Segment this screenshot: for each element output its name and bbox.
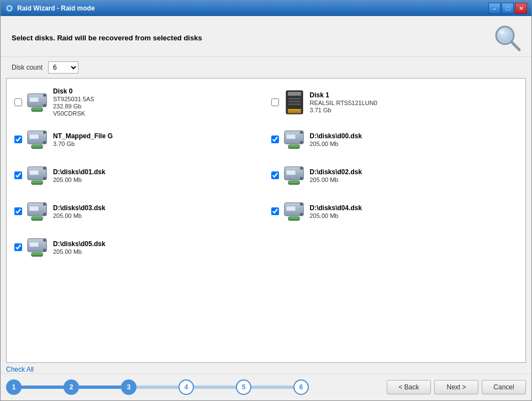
disk2-checkbox[interactable] — [14, 136, 22, 143]
disk3-size: 205.00 Mb — [310, 140, 362, 147]
svg-rect-6 — [29, 97, 38, 101]
svg-line-3 — [512, 42, 519, 50]
list-item: D:\disks\d01.dsk 205.00 Mb — [12, 159, 264, 192]
disk2-icon — [27, 128, 49, 150]
svg-point-28 — [43, 167, 46, 170]
step-line-1-2 — [20, 386, 65, 389]
svg-point-43 — [300, 203, 303, 206]
disk4-size: 205.00 Mb — [53, 176, 106, 183]
disk0-model: ST925031 5AS — [53, 96, 94, 102]
disk8-size: 205.00 Mb — [53, 248, 106, 255]
disk4-info: D:\disks\d01.dsk 205.00 Mb — [53, 168, 106, 183]
disk1-size: 3.71 Gb — [310, 107, 377, 113]
svg-rect-25 — [288, 145, 299, 148]
step-4: 4 — [178, 379, 194, 395]
back-button[interactable]: < Back — [387, 380, 431, 394]
svg-rect-13 — [288, 101, 301, 102]
disk5-size: 205.00 Mb — [310, 176, 362, 183]
close-button[interactable]: ✕ — [515, 3, 527, 14]
header-section: Select disks. Raid will be recovered fro… — [1, 16, 531, 57]
svg-rect-20 — [31, 145, 43, 148]
disk1-icon — [283, 91, 305, 113]
bottom-area: Check All — [1, 363, 531, 373]
svg-rect-27 — [29, 170, 38, 175]
list-item: Disk 0 ST925031 5AS 232.89 Gb V50CDRSK — [12, 84, 264, 120]
disk7-icon — [283, 200, 305, 222]
disk6-size: 205.00 Mb — [53, 212, 106, 219]
svg-rect-50 — [31, 253, 43, 256]
disk5-name: D:\disks\d02.dsk — [310, 168, 362, 176]
svg-rect-32 — [286, 170, 295, 175]
disk0-size: 232.89 Gb — [53, 103, 94, 110]
disk2-size: 3.70 Gb — [53, 140, 113, 147]
disk7-checkbox[interactable] — [271, 207, 279, 215]
window-icon — [5, 4, 14, 13]
disk6-name: D:\disks\d03.dsk — [53, 204, 106, 212]
list-item: D:\disks\d05.dsk 205.00 Mb — [12, 231, 264, 264]
disk8-icon — [27, 236, 49, 258]
footer-buttons: < Back Next > Cancel — [387, 380, 526, 394]
instruction-text: Select disks. Raid will be recovered fro… — [12, 34, 202, 42]
disk0-extra: V50CDRSK — [53, 110, 94, 117]
disk7-info: D:\disks\d04.dsk 205.00 Mb — [310, 204, 362, 219]
svg-rect-42 — [286, 206, 295, 211]
svg-rect-22 — [286, 134, 295, 139]
disk2-name: NT_Mapped_File G — [53, 132, 113, 140]
svg-point-7 — [43, 93, 46, 96]
disk-count-row: Disk count 6 1 2 3 4 5 7 8 — [1, 57, 531, 78]
disk6-icon — [27, 200, 49, 222]
svg-point-8 — [43, 103, 46, 106]
disk3-name: D:\disks\d00.dsk — [310, 132, 362, 140]
disk6-info: D:\disks\d03.dsk 205.00 Mb — [53, 204, 106, 219]
step-2: 2 — [64, 379, 79, 395]
cancel-button[interactable]: Cancel — [482, 380, 526, 394]
disk1-checkbox[interactable] — [271, 98, 279, 106]
svg-point-34 — [300, 177, 303, 180]
svg-rect-30 — [31, 181, 43, 184]
svg-rect-45 — [288, 217, 299, 220]
disk0-checkbox[interactable] — [14, 98, 22, 106]
disk1-model: REALSIL RTS5121LUN0 — [310, 100, 377, 106]
step-line-2-3 — [78, 386, 122, 389]
svg-rect-40 — [31, 217, 43, 220]
title-bar-left: Raid Wizard - Raid mode — [5, 4, 95, 13]
svg-point-39 — [43, 213, 46, 216]
check-all-link[interactable]: Check All — [6, 366, 34, 373]
main-window: Raid Wizard - Raid mode – □ ✕ Select dis… — [0, 0, 532, 401]
disk5-checkbox[interactable] — [271, 171, 279, 179]
disk4-checkbox[interactable] — [14, 171, 22, 179]
step-line-5-6 — [250, 386, 294, 389]
disk4-icon — [27, 164, 49, 186]
disk0-name: Disk 0 — [53, 87, 94, 95]
disk3-info: D:\disks\d00.dsk 205.00 Mb — [310, 132, 362, 147]
svg-point-48 — [43, 239, 46, 242]
window-title: Raid Wizard - Raid mode — [17, 4, 95, 12]
list-item: D:\disks\d04.dsk 205.00 Mb — [269, 195, 520, 228]
maximize-button[interactable]: □ — [502, 3, 514, 14]
list-item: Disk 1 REALSIL RTS5121LUN0 3.71 Gb — [269, 84, 520, 120]
svg-rect-35 — [288, 181, 299, 184]
disk6-checkbox[interactable] — [14, 207, 22, 215]
svg-point-18 — [43, 131, 46, 134]
disk8-checkbox[interactable] — [14, 243, 22, 251]
disk-count-select[interactable]: 6 1 2 3 4 5 7 8 — [48, 61, 78, 74]
disk-count-label: Disk count — [12, 64, 43, 71]
step-line-4-5 — [193, 386, 237, 389]
svg-point-38 — [43, 203, 46, 206]
disk3-checkbox[interactable] — [271, 136, 279, 143]
svg-rect-47 — [29, 242, 38, 247]
disk1-info: Disk 1 REALSIL RTS5121LUN0 3.71 Gb — [310, 91, 377, 113]
wizard-footer: 1 2 3 4 5 6 < Back Next > Cancel — [1, 373, 531, 400]
list-item: D:\disks\d02.dsk 205.00 Mb — [269, 159, 520, 192]
svg-rect-14 — [288, 103, 301, 105]
disk0-icon — [27, 91, 49, 113]
wizard-steps: 1 2 3 4 5 6 — [6, 379, 309, 395]
svg-point-49 — [43, 249, 46, 252]
svg-point-29 — [43, 177, 46, 180]
disk-grid: Disk 0 ST925031 5AS 232.89 Gb V50CDRSK — [12, 84, 520, 264]
svg-point-1 — [8, 7, 11, 10]
minimize-button[interactable]: – — [488, 3, 501, 14]
list-item: NT_Mapped_File G 3.70 Gb — [12, 123, 264, 156]
svg-point-24 — [300, 141, 303, 144]
next-button[interactable]: Next > — [434, 380, 478, 394]
